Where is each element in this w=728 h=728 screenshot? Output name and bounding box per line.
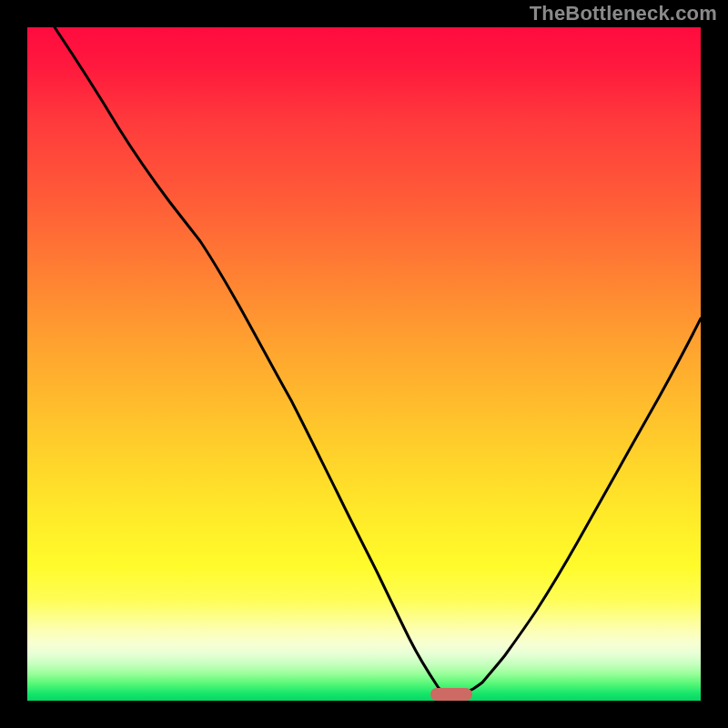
curve-svg [27,27,701,701]
watermark-text: TheBottleneck.com [530,2,717,25]
chart-frame: TheBottleneck.com [0,0,728,728]
optimal-marker [430,688,472,701]
plot-area [27,27,701,701]
bottleneck-curve-path [55,27,701,693]
